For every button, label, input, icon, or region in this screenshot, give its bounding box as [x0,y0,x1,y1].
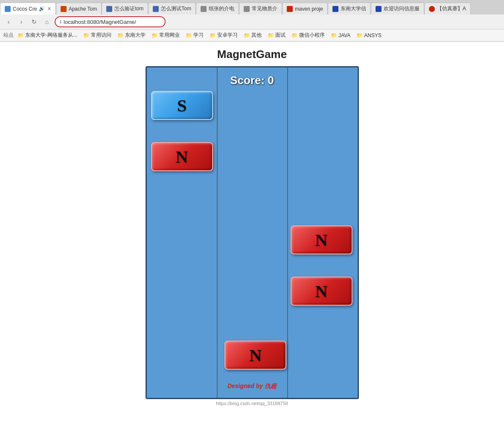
game-wrapper: Score: 0 S N N N N D [0,66,504,399]
tab-label-welcome: 欢迎访问信息服 [384,5,420,12]
score-area: Score: 0 [217,74,287,87]
address-bar-row: ‹ › ↻ ⌂ ℹ localhost:8080/MagnetGame/ [0,15,504,29]
tab-cocos[interactable]: Cocos Cre 🔊 ✕ [0,3,56,15]
tile-n-col2[interactable]: N [224,341,286,370]
tile-n-col1-label: N [176,147,188,167]
bookmark-label: 东南大学-网络服务从... [25,32,77,39]
tab-label-contest: 【仿真赛】A [437,5,466,12]
tab-paper[interactable]: 纸张的介电 [196,3,239,15]
divider-1 [217,67,218,398]
score-display: Score: 0 [230,74,274,87]
bookmark-wechat[interactable]: 📁 微信小程序 [289,31,327,40]
tab-seu[interactable]: 东南大学信 [328,3,371,15]
bookmark-label-11: ANSYS [364,32,382,38]
bookmark-common[interactable]: 📁 常用访问 [81,31,114,40]
tile-s-col1-label: S [177,96,186,116]
bookmark-label-8: 面试 [275,32,286,39]
tab-favicon-cocos [5,6,11,12]
tab-welcome[interactable]: 欢迎访问信息服 [371,3,424,15]
tab-label-paper: 纸张的介电 [209,5,234,12]
bookmark-web[interactable]: 📁 常用网业 [149,31,182,40]
tile-n-col3-mid[interactable]: N [291,277,353,306]
tile-n-col3-top[interactable]: N [291,225,353,254]
address-info-icon: ℹ [60,19,61,25]
tab-favicon-test [153,6,159,12]
bookmark-label-4: 常用网业 [159,32,180,39]
browser-chrome: Cocos Cre 🔊 ✕ Apache Tom 怎么验证tom 怎么测试Tom… [0,0,504,42]
tab-contest[interactable]: 【仿真赛】A [424,3,471,15]
page-title: MagnetGame [0,48,504,61]
folder-icon-3: 📁 [117,32,124,38]
folder-icon-6: 📁 [210,32,216,38]
bookmark-label-3: 东南大学 [125,32,146,39]
bookmark-java[interactable]: 📁 JAVA [329,32,353,39]
tile-n-col2-label: N [249,345,262,365]
folder-icon-4: 📁 [151,32,158,38]
folder-icon-10: 📁 [331,32,337,38]
tab-favicon-tomcat [61,6,67,12]
tab-label-test: 怎么测试Tom [161,5,191,12]
tab-favicon-contest [429,6,435,12]
folder-icon-2: 📁 [83,32,90,38]
game-footer: Designed by 仇超 [217,382,287,390]
folder-icon-5: 📁 [186,32,192,38]
bookmark-label-7: 其他 [251,32,262,39]
folder-icon-7: 📁 [244,32,250,38]
tab-favicon-maven [287,6,293,12]
back-button[interactable]: ‹ [3,17,14,27]
tab-audio-icon: 🔊 [39,6,45,12]
address-url: localhost:8080/MagnetGame/ [64,19,136,25]
tab-test[interactable]: 怎么测试Tom [148,3,196,15]
bookmark-study[interactable]: 📁 学习 [184,31,206,40]
folder-icon-8: 📁 [268,32,274,38]
tab-label-seu: 东南大学信 [341,5,366,12]
address-box[interactable]: ℹ localhost:8080/MagnetGame/ [55,16,166,27]
bookmark-label-2: 常用访问 [91,32,111,39]
tab-label-tomcat: Apache Tom [69,6,97,12]
tab-label-maven: maven proje [295,6,323,12]
tab-favicon-paper [201,6,207,12]
bookmarks-bar: 站点 📁 东南大学-网络服务从... 📁 常用访问 📁 东南大学 📁 常用网业 … [0,29,504,41]
bookmark-label-9: 微信小程序 [299,32,325,39]
folder-icon-9: 📁 [291,32,298,38]
tab-favicon-welcome [376,6,382,12]
page-content: MagnetGame Score: 0 S N N [0,42,504,426]
bookmark-other[interactable]: 📁 其他 [242,31,264,40]
tab-verify[interactable]: 怎么验证tom [102,3,148,15]
tab-favicon-common [244,6,250,12]
designed-by: Designed by 仇超 [217,382,287,390]
tab-label-verify: 怎么验证tom [114,5,143,12]
tab-close-cocos[interactable]: ✕ [47,6,51,12]
divider-2 [287,67,288,398]
tab-bar: Cocos Cre 🔊 ✕ Apache Tom 怎么验证tom 怎么测试Tom… [0,0,504,15]
game-board: Score: 0 S N N N N D [146,66,359,399]
forward-button[interactable]: › [16,17,26,27]
tab-tomcat[interactable]: Apache Tom [56,3,102,15]
bookmark-android[interactable]: 📁 安卓学习 [207,31,240,40]
home-button[interactable]: ⌂ [42,17,52,27]
bookmark-label-5: 学习 [193,32,204,39]
tab-common[interactable]: 常见物质介 [239,3,282,15]
tab-favicon-seu [332,6,338,12]
tile-n-col1[interactable]: N [151,142,213,171]
folder-icon: 📁 [17,32,24,38]
bookmark-ansys[interactable]: 📁 ANSYS [354,32,384,39]
watermark: https://blog.csdn.net/qq_33188758 [0,401,504,410]
tab-label-cocos: Cocos Cre [13,6,37,12]
tile-n-col3-mid-label: N [315,281,328,301]
refresh-button[interactable]: ↻ [29,17,39,27]
bookmarks-label: 站点 [3,32,14,39]
bookmark-seu[interactable]: 📁 东南大学 [115,31,148,40]
folder-icon-11: 📁 [356,32,363,38]
tab-favicon-verify [106,6,112,12]
tab-label-common: 常见物质介 [252,5,277,12]
bookmark-interview[interactable]: 📁 面试 [265,31,288,40]
tile-n-col3-top-label: N [315,230,328,250]
tab-maven[interactable]: maven proje [282,3,328,15]
tile-s-col1[interactable]: S [151,91,213,120]
bookmark-label-10: JAVA [338,32,350,38]
bookmark-seu-network[interactable]: 📁 东南大学-网络服务从... [15,31,79,40]
bookmark-label-6: 安卓学习 [217,32,238,39]
